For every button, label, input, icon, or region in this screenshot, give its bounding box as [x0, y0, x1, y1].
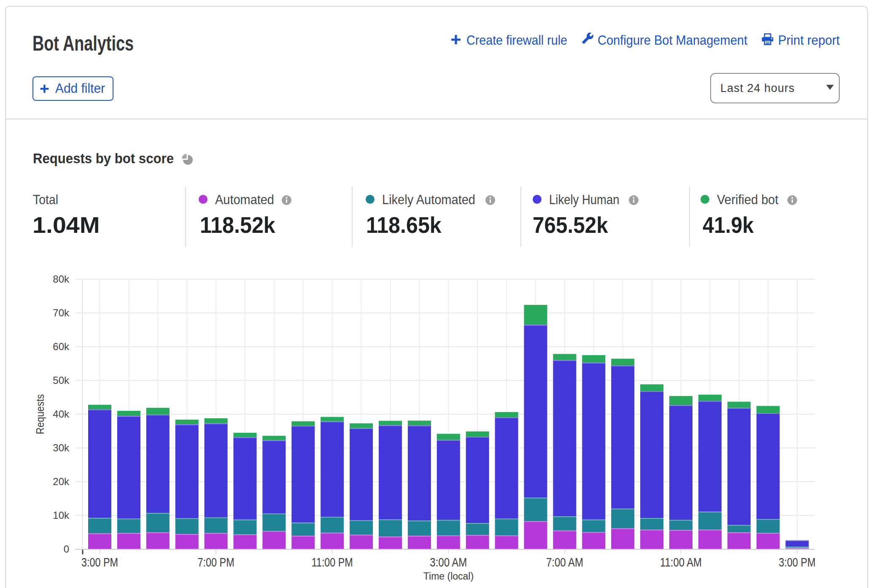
svg-text:3:00 PM: 3:00 PM [779, 556, 816, 569]
svg-text:7:00 PM: 7:00 PM [198, 556, 234, 569]
svg-text:40k: 40k [53, 408, 70, 420]
svg-text:80k: 80k [53, 273, 70, 285]
svg-text:3:00 PM: 3:00 PM [81, 556, 118, 569]
svg-text:30k: 30k [53, 442, 70, 453]
svg-text:11:00 PM: 11:00 PM [312, 556, 353, 569]
svg-text:50k: 50k [53, 375, 70, 386]
svg-text:3:00 AM: 3:00 AM [430, 556, 467, 569]
svg-text:60k: 60k [53, 341, 70, 352]
svg-text:20k: 20k [53, 476, 70, 487]
svg-text:11:00 AM: 11:00 AM [660, 556, 702, 569]
svg-text:Requests: Requests [34, 394, 46, 434]
svg-text:0: 0 [64, 543, 69, 555]
svg-text:Time (local): Time (local) [423, 571, 474, 582]
svg-text:7:00 AM: 7:00 AM [546, 556, 583, 569]
svg-text:70k: 70k [53, 307, 70, 318]
svg-text:10k: 10k [53, 510, 70, 521]
